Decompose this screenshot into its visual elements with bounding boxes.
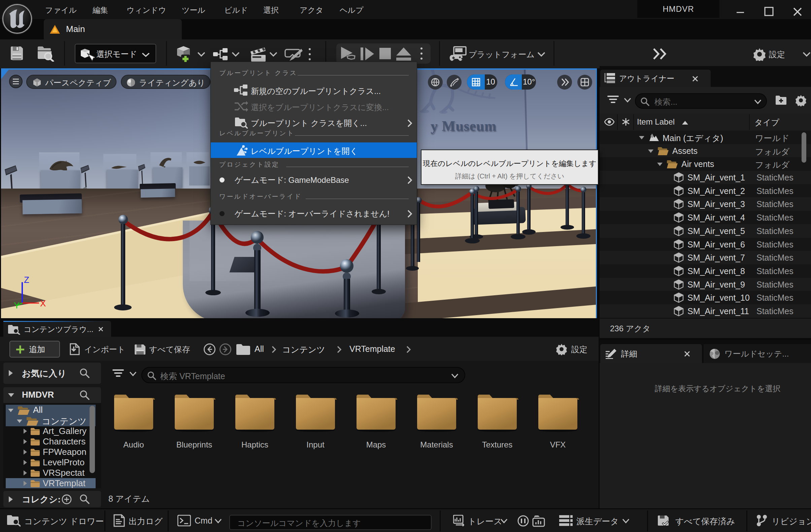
svg-text:X: X [40,298,46,308]
svg-text:Y: Y [14,300,19,309]
svg-text:Z: Z [24,275,29,285]
